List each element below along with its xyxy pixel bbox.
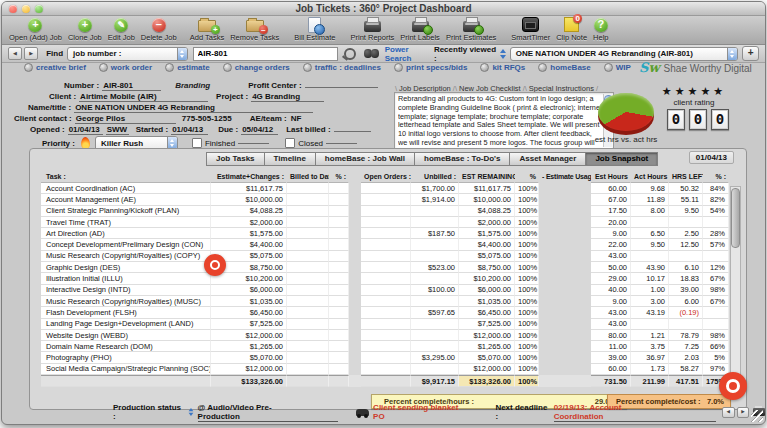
client-field[interactable]: Airtime Mobile (AIR) <box>79 92 208 102</box>
cell: 36.97 <box>631 352 669 363</box>
cell: 66% <box>703 341 729 352</box>
finished-date-field[interactable] <box>238 143 269 144</box>
table-row[interactable]: Client Strategic Planning/Kickoff (PLAN)… <box>41 206 729 217</box>
clone-job-button[interactable]: + Clone Job <box>68 17 102 42</box>
tab-job-snapshot[interactable]: Job Snapshot <box>585 152 658 166</box>
table-row[interactable]: Photography (PHO)$5,070.00$3,295.00$5,07… <box>41 352 729 363</box>
table-row[interactable]: Graphic Design (DES)$8,750.00$523.00$8,7… <box>41 262 729 273</box>
table-row[interactable]: Art Direction (AD)$1,575.00$187.50$1,575… <box>41 228 729 239</box>
table-row[interactable]: Interactive Design (INTD)$6,000.00$100.0… <box>41 285 729 296</box>
print-estimates-button[interactable]: Print Estimates <box>446 17 496 42</box>
open-add-job-button[interactable]: + Open (Add) Job <box>9 17 62 42</box>
link-change-orders[interactable]: change orders <box>223 63 290 72</box>
link-print-specs-bids[interactable]: print specs/bids <box>394 63 467 72</box>
add-job-icon: + <box>28 17 42 32</box>
close-window-button[interactable] <box>9 5 17 13</box>
table-row[interactable]: Account Coordination (AC)$11,617.75$1,70… <box>41 182 729 194</box>
bill-estimate-button[interactable]: Bill Estimate <box>294 17 335 42</box>
link-traffic-deadlines[interactable]: traffic : deadlines <box>303 63 381 72</box>
status-stepper-icon[interactable] <box>188 408 194 416</box>
tab-job-tasks[interactable]: Job Tasks <box>206 152 265 166</box>
quick-links-row: creative brief work order estimate chang… <box>24 61 644 74</box>
cell <box>703 217 729 228</box>
cell <box>361 375 411 387</box>
find-field-select[interactable]: job number : <box>67 47 187 61</box>
deadline-next-button[interactable]: ▶ <box>737 407 750 418</box>
next-record-button[interactable]: ▶ <box>24 47 38 60</box>
delete-job-button[interactable]: – Delete Job <box>141 17 177 42</box>
table-row[interactable]: Concept Development/Prelimary Design (CO… <box>41 239 729 250</box>
table-row[interactable]: Website Design (WEBD)$12,000.00$12,000.0… <box>41 330 729 341</box>
power-search-link[interactable]: Power Search <box>385 45 434 63</box>
due-date-field[interactable]: 05/04/12 <box>241 125 278 135</box>
started-date-field[interactable]: 01/04/13 <box>171 125 208 135</box>
opened-date-field[interactable]: 01/04/13 <box>68 125 103 135</box>
tab-homebase-job-wall[interactable]: homeBase : Job Wall <box>315 152 415 166</box>
smarttimer-button[interactable]: SmartTimer <box>511 17 550 42</box>
table-row[interactable]: Landing Page Design+Development (LAND)$7… <box>41 319 729 330</box>
recently-viewed-select[interactable]: ONE NATION UNDER 4G Rebranding (AIR-801) <box>510 47 738 61</box>
table-row[interactable]: Flash Development (FLSH)$6,450.00$597.65… <box>41 307 729 318</box>
help-button[interactable]: ? Help <box>593 17 608 42</box>
resize-grip[interactable] <box>751 410 763 422</box>
cell <box>329 206 349 217</box>
production-status-value[interactable]: @ Audio/Video Pre-Production <box>198 403 339 422</box>
contact-field[interactable]: George Pilos <box>75 114 176 124</box>
next-deadline-value[interactable]: 02/19/13: Account Coordination <box>554 403 716 422</box>
edit-job-button[interactable]: ✎ Edit Job <box>108 17 135 42</box>
client-rating-stars[interactable]: ★★★★★ <box>650 85 738 98</box>
zoom-window-button[interactable] <box>35 5 43 13</box>
project-field[interactable]: 4G Branding <box>251 92 324 102</box>
link-wip[interactable]: WIP <box>604 63 631 72</box>
remove-tasks-button[interactable]: – Remove Tasks <box>230 17 279 42</box>
link-estimate[interactable]: estimate <box>165 63 209 72</box>
tab-homebase-todos[interactable]: homeBase : To-Do's <box>414 152 510 166</box>
scrollbar-thumb[interactable] <box>731 188 740 248</box>
clip-note-button[interactable]: 0 Clip Note <box>556 17 587 42</box>
deadline-prev-button[interactable]: ◀ <box>722 407 735 418</box>
cell: 78.79 <box>669 330 703 341</box>
cell <box>539 296 591 307</box>
ae-team-field[interactable]: NF <box>290 114 319 123</box>
totals-row[interactable]: $133,326.00$9,917.15$133,326.00100%731.5… <box>41 375 729 387</box>
table-row[interactable]: Social Media Campaign/Strategic Planning… <box>41 364 729 375</box>
minimize-window-button[interactable] <box>22 5 30 13</box>
search-icon[interactable] <box>344 48 355 60</box>
table-scrollbar[interactable] <box>730 186 741 380</box>
profit-center-field[interactable] <box>305 87 378 88</box>
table-row[interactable]: Music Research (Copyright/Royalties) (CO… <box>41 251 729 262</box>
link-kit-rfqs[interactable]: kit RFQs <box>480 63 525 72</box>
table-row[interactable]: Travel Time (TRAT)$2,000.00$2,000.00100%… <box>41 217 729 228</box>
cell <box>411 296 459 307</box>
link-work-order[interactable]: work order <box>99 63 152 72</box>
job-name-field[interactable]: ONE NATION UNDER 4G Rebranding <box>74 103 313 113</box>
delete-job-icon: – <box>152 17 166 32</box>
link-creative-brief[interactable]: creative brief <box>24 63 86 72</box>
job-number-field[interactable]: AIR-801 <box>102 81 161 91</box>
cell: 39.00 <box>591 352 631 363</box>
closed-checkbox[interactable] <box>285 138 295 148</box>
print-labels-button[interactable]: Print Labels <box>400 17 440 42</box>
recently-viewed-stepper-icon[interactable] <box>499 49 506 59</box>
finished-checkbox[interactable] <box>192 138 202 148</box>
last-billed-field[interactable] <box>334 131 371 132</box>
cell <box>349 364 361 375</box>
print-reports-button[interactable]: Print Reports <box>350 17 394 42</box>
table-row[interactable]: Music Research (Copyright/Royalties) (MU… <box>41 296 729 307</box>
tab-timeline[interactable]: Timeline <box>264 152 316 166</box>
table-row[interactable]: Account Management (AE)$10,000.00$1,914.… <box>41 194 729 205</box>
add-tasks-button[interactable]: + Add Tasks <box>190 17 224 42</box>
app-window: Job Tickets : 360° Project Dashboard + O… <box>1 1 766 425</box>
phone-field[interactable]: 775-505-1255 <box>181 114 240 123</box>
cell: 98% <box>703 285 729 296</box>
add-recent-button[interactable]: + <box>742 46 759 61</box>
table-row[interactable]: Domain Name Research (DOM)$1,265.00$1,26… <box>41 341 729 352</box>
link-homebase[interactable]: homeBase <box>538 63 590 72</box>
tab-asset-manager[interactable]: Asset Manager <box>509 152 586 166</box>
closed-date-field[interactable] <box>326 143 357 144</box>
opened-by-field[interactable]: SWW <box>106 125 129 135</box>
search-input[interactable] <box>193 47 339 61</box>
previous-record-button[interactable]: ◀ <box>8 47 22 60</box>
table-row[interactable]: Illustration Initial (ILLU)$10,200.00$10… <box>41 273 729 284</box>
binoculars-icon[interactable] <box>364 49 379 58</box>
